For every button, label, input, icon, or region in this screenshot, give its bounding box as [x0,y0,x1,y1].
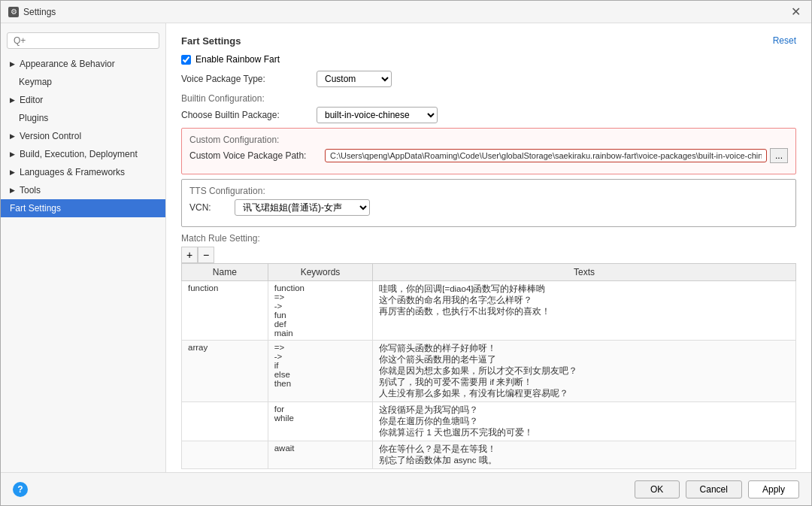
sidebar-item-label: Appearance & Behavior [20,59,115,69]
sidebar-item-tools[interactable]: ▶ Tools [1,181,165,199]
row-texts[interactable]: 你写箭头函数的样子好帅呀！你这个箭头函数用的老牛逼了你就是因为想太多如果，所以才… [373,341,796,402]
reset-link[interactable]: Reset [773,35,796,46]
sidebar-item-label: Build, Execution, Deployment [20,149,138,159]
sidebar-item-editor[interactable]: ▶ Editor [1,91,165,109]
col-name: Name [182,264,268,281]
enable-checkbox-label: Enable Rainbow Fart [195,54,280,65]
row-name[interactable] [182,441,268,469]
settings-window: ⚙ Settings ✕ ▶ Appearance & Behavior Key… [0,0,812,506]
row-keywords[interactable]: for while [268,402,373,441]
tts-config-label: TTS Configuration: [189,186,788,196]
row-texts[interactable]: 你在等什么？是不是在等我！别忘了给函数体加 async 哦。 [373,441,796,469]
sidebar-item-plugins[interactable]: Plugins [1,109,165,127]
custom-config-label: Custom Configuration: [189,135,788,145]
sidebar-item-build[interactable]: ▶ Build, Execution, Deployment [1,145,165,163]
choose-builtin-row: Choose Builtin Package: built-in-voice-c… [181,107,796,123]
row-keywords[interactable]: => -> if else then [268,341,373,402]
section-header: Fart Settings Reset [181,35,796,54]
sidebar-item-label: Languages & Frameworks [20,167,125,177]
vcn-row: VCN: 讯飞珺姐姐(普通话)-女声 [189,199,788,216]
sidebar-item-label: Keymap [19,77,52,87]
row-name[interactable]: function [182,281,268,341]
title-bar-left: ⚙ Settings [8,7,56,17]
add-row-button[interactable]: + [181,247,198,263]
custom-config-section: Custom Configuration: Custom Voice Packa… [181,128,796,174]
close-button[interactable]: ✕ [788,6,804,18]
table-row: function function => -> fun def main 哇哦，… [182,281,796,341]
chevron-icon: ▶ [10,60,15,68]
sidebar-item-languages[interactable]: ▶ Languages & Frameworks [1,163,165,181]
row-texts[interactable]: 这段循环是为我写的吗？你是在遛历你的鱼塘吗？你就算运行 1 天也遛历不完我的可爱… [373,402,796,441]
settings-icon: ⚙ [8,7,19,17]
title-bar: ⚙ Settings ✕ [1,1,811,23]
match-table: Name Keywords Texts function function =>… [181,263,796,469]
col-keywords: Keywords [268,264,373,281]
builtin-config-section: Builtin Configuration: Choose Builtin Pa… [181,93,796,123]
sidebar-item-label: Fart Settings [10,203,61,214]
tts-config-section: TTS Configuration: VCN: 讯飞珺姐姐(普通话)-女声 [181,179,796,227]
help-button[interactable]: ? [13,482,28,497]
table-row: for while 这段循环是为我写的吗？你是在遛历你的鱼塘吗？你就算运行 1 … [182,402,796,441]
enable-checkbox-row: Enable Rainbow Fart [181,54,796,65]
choose-builtin-label: Choose Builtin Package: [181,110,317,120]
sidebar-item-label: Editor [20,95,43,105]
enable-checkbox[interactable] [181,55,191,65]
chevron-icon: ▶ [10,150,15,158]
browse-button[interactable]: ... [770,148,788,163]
table-row: array => -> if else then 你写箭头函数的样子好帅呀！你这… [182,341,796,402]
chevron-icon: ▶ [10,186,15,194]
custom-voice-path-label: Custom Voice Package Path: [189,150,325,161]
main-content: ▶ Appearance & Behavior Keymap ▶ Editor … [1,23,811,472]
sidebar-item-appearance[interactable]: ▶ Appearance & Behavior [1,55,165,73]
match-rule-label: Match Rule Setting: [181,233,796,244]
row-keywords[interactable]: function => -> fun def main [268,281,373,341]
builtin-package-select[interactable]: built-in-voice-chinese built-in-voice-en… [317,107,438,123]
custom-voice-path-input[interactable] [325,149,767,162]
footer: ? OK Cancel Apply [1,472,811,505]
search-bar [1,29,165,52]
sidebar-item-label: Plugins [19,113,48,123]
remove-row-button[interactable]: − [198,247,214,263]
section-title: Fart Settings [181,35,241,47]
row-texts[interactable]: 哇哦，你的回调[=diao4]函数写的好棒棒哟这个函数的命名用我的名字怎么样呀？… [373,281,796,341]
row-name[interactable]: array [182,341,268,402]
sidebar-item-label: Tools [20,185,41,195]
chevron-icon: ▶ [10,96,15,104]
apply-button[interactable]: Apply [748,480,799,498]
table-row: await 你在等什么？是不是在等我！别忘了给函数体加 async 哦。 [182,441,796,469]
chevron-icon: ▶ [10,168,15,176]
col-texts: Texts [373,264,796,281]
row-name[interactable] [182,402,268,441]
table-header: Name Keywords Texts [182,264,796,281]
search-input[interactable] [7,32,159,49]
content-area: Fart Settings Reset Enable Rainbow Fart … [166,23,811,472]
table-body: function function => -> fun def main 哇哦，… [182,281,796,469]
sidebar-item-version-control[interactable]: ▶ Version Control [1,127,165,145]
vcn-label: VCN: [189,202,235,213]
custom-voice-path-row: Custom Voice Package Path: ... [189,148,788,163]
sidebar: ▶ Appearance & Behavior Keymap ▶ Editor … [1,23,166,472]
cancel-button[interactable]: Cancel [686,480,742,498]
chevron-icon: ▶ [10,132,15,140]
sidebar-item-label: Version Control [20,131,81,141]
ok-button[interactable]: OK [635,480,680,498]
window-title: Settings [23,7,56,17]
path-row: ... [325,148,788,163]
vcn-select[interactable]: 讯飞珺姐姐(普通话)-女声 [235,199,370,216]
builtin-config-label: Builtin Configuration: [181,93,796,104]
match-rule-section: Match Rule Setting: + − Name Keywords Te… [181,233,796,469]
table-toolbar: + − [181,247,796,263]
sidebar-item-fart-settings[interactable]: Fart Settings [1,199,165,217]
voice-package-select[interactable]: Custom Built-in [317,71,392,87]
voice-package-label: Voice Package Type: [181,74,317,84]
sidebar-item-keymap[interactable]: Keymap [1,73,165,91]
row-keywords[interactable]: await [268,441,373,469]
voice-package-row: Voice Package Type: Custom Built-in [181,71,796,87]
